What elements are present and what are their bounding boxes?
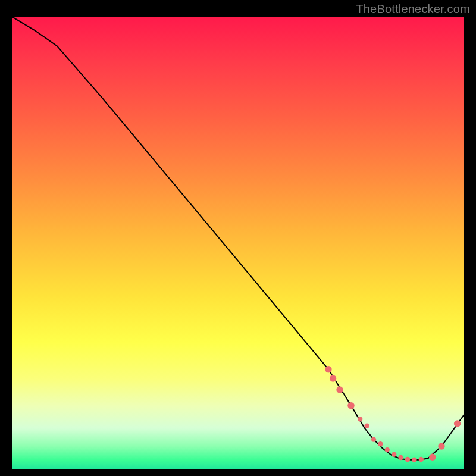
curve-marker xyxy=(371,437,376,441)
curve-marker xyxy=(364,424,369,428)
curve-marker xyxy=(438,443,444,449)
curve-marker xyxy=(429,454,436,461)
chart-frame: TheBottlenecker.com xyxy=(0,0,476,476)
curve-marker xyxy=(419,457,424,462)
curve-marker xyxy=(412,458,416,462)
curve-marker xyxy=(405,457,410,462)
curve-markers xyxy=(325,366,461,462)
curve-marker xyxy=(347,402,354,409)
curve-marker xyxy=(454,420,461,427)
chart-svg xyxy=(12,17,464,469)
curve-marker xyxy=(385,447,390,452)
curve-marker xyxy=(325,366,331,372)
curve-marker xyxy=(358,416,362,421)
bottleneck-curve xyxy=(12,17,464,460)
curve-marker xyxy=(336,386,343,393)
curve-marker xyxy=(398,455,403,460)
curve-marker xyxy=(330,375,336,381)
chart-plot-area xyxy=(12,17,464,469)
curve-marker xyxy=(378,441,383,446)
attribution-label: TheBottlenecker.com xyxy=(356,2,470,16)
curve-marker xyxy=(392,452,396,457)
